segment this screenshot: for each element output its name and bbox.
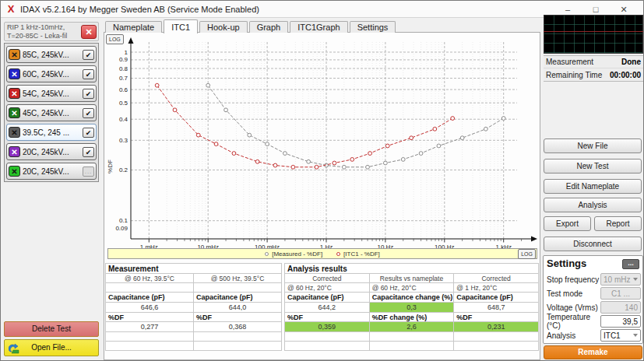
new-test-button[interactable]: New Test [544, 159, 642, 173]
remaining-time-row: Remaining Time 00:00:00 [544, 68, 643, 81]
curve-visible-checkbox[interactable]: ✔ [83, 108, 94, 118]
anal-df-value-0: 0,359 [285, 322, 370, 332]
tab-nameplate[interactable]: Nameplate [105, 21, 162, 33]
close-test-set-button[interactable]: ✕ [81, 25, 97, 39]
curve-visible-checkbox[interactable]: ✔ [83, 89, 94, 99]
svg-text:1: 1 [125, 49, 128, 56]
curve-label: 39.5C, 245 ... [23, 128, 80, 137]
legend-measured-label: [Measured - %DF] [272, 251, 322, 258]
anal-kind-2: Corrected [454, 274, 539, 283]
analysis-row: Analysis ITC1 [547, 328, 641, 342]
meas-cap-label-0: Capacitance (pF) [106, 293, 194, 303]
status-box: Measurement Done Remaining Time 00:00:00 [544, 55, 643, 82]
open-file-button[interactable]: Open File... [4, 339, 99, 356]
y-axis-log-toggle[interactable]: LOG [106, 34, 124, 44]
svg-text:%DF: %DF [107, 159, 114, 173]
anal-df-label-0: %DF [285, 313, 370, 322]
temperature-row: Temperature (°C) [547, 314, 641, 328]
measurement-table: Measurement @ 60 Hz, 39.5°C @ 500 Hz, 39… [105, 263, 282, 351]
remake-button[interactable]: Remake [544, 345, 642, 359]
anal-df-value-2: 0,231 [454, 322, 539, 332]
test-set-header: RIP 1 kHz-10mHz, T=20-85C - Leka-fil ✕ [4, 22, 99, 41]
tab-settings[interactable]: Settings [350, 21, 396, 33]
close-button[interactable]: ✕ [615, 3, 632, 16]
curve-label: 20C, 245kV... [23, 148, 80, 156]
measurement-status-value: Done [621, 58, 641, 66]
curve-item-20c-green[interactable]: 20C, 245kV... ... [6, 163, 97, 180]
meas-df-label-0: %DF [106, 313, 194, 322]
edit-nameplate-button[interactable]: Edit Nameplate [544, 179, 642, 194]
svg-text:0.09: 0.09 [115, 225, 128, 232]
curve-pending-button[interactable]: ... [83, 166, 94, 177]
chevron-down-icon [633, 278, 638, 281]
settings-more-button[interactable]: ... [622, 259, 639, 269]
delete-test-button[interactable]: Delete Test [4, 321, 99, 337]
svg-text:0.5: 0.5 [119, 100, 128, 107]
curve-item-85c[interactable]: 85C, 245kV... ✔ [6, 46, 97, 63]
remaining-time-value: 00:00:00 [610, 71, 641, 79]
curve-color-icon [9, 146, 20, 157]
curve-color-icon [9, 107, 20, 118]
maximize-button[interactable]: □ [587, 3, 604, 16]
curve-item-45c[interactable]: 45C, 245kV... ✔ [6, 104, 97, 121]
stop-frequency-select[interactable]: 10 mHz [600, 273, 641, 286]
curve-item-54c[interactable]: 54C, 245kV... ✔ [6, 85, 97, 102]
analysis-title: Analysis results [285, 264, 539, 274]
anal-kind-1: Results vs nameplate [370, 274, 455, 283]
svg-text:0.2: 0.2 [119, 166, 128, 173]
meas-df-value-0: 0,277 [106, 322, 194, 332]
legend-itc1[interactable]: [ITC1 - %DF] [336, 251, 380, 258]
live-signal-display [544, 15, 643, 54]
stop-frequency-label: Stop frequency [547, 275, 599, 284]
anal-df-label-1: %DF change (%) [370, 313, 455, 322]
test-mode-button[interactable]: C1 ... [600, 287, 641, 300]
new-file-button[interactable]: New File [544, 138, 642, 153]
curve-list: 85C, 245kV... ✔ 60C, 245kV... ✔ 54C, 245… [4, 43, 99, 182]
anal-cap-label-0: Capacitance (pF) [285, 293, 370, 303]
idax-window: X IDAX v5.2.164 by Megger Sweden AB (Ser… [0, 0, 644, 361]
curve-item-20c-purple[interactable]: 20C, 245kV... ✔ [6, 143, 97, 160]
tab-itc1[interactable]: ITC1 [164, 19, 198, 33]
curve-visible-checkbox[interactable]: ✔ [83, 128, 94, 138]
tab-hook-up[interactable]: Hook-up [199, 21, 248, 33]
curve-visible-checkbox[interactable]: ✔ [83, 69, 94, 79]
tab-graph[interactable]: Graph [249, 21, 289, 33]
anal-df-label-2: %DF [454, 313, 539, 322]
analysis-button[interactable]: Analysis [544, 198, 642, 212]
anal-cap-value-2: 648,7 [454, 303, 539, 313]
temperature-input[interactable] [600, 315, 641, 328]
analysis-select[interactable]: ITC1 [600, 329, 641, 342]
svg-text:0.3: 0.3 [119, 137, 128, 144]
anal-cap-change-value: 0,3 [370, 303, 455, 313]
anal-condition-2: @ 1 Hz, 20°C [454, 283, 539, 293]
series-[Measured - %DF] [206, 83, 505, 169]
curve-color-icon [9, 49, 20, 60]
voltage-input[interactable] [600, 301, 641, 314]
tab-strip: Nameplate ITC1 Hook-up Graph ITC1Graph S… [105, 19, 396, 33]
report-button[interactable]: Report [594, 216, 642, 231]
curve-item-39-5c-selected[interactable]: 39.5C, 245 ... ✔ [6, 124, 97, 141]
tab-itc1graph[interactable]: ITC1Graph [290, 21, 347, 33]
itc1-marker-icon [336, 252, 340, 256]
test-mode-label: Test mode [547, 289, 582, 298]
curve-visible-checkbox[interactable]: ✔ [83, 50, 94, 60]
curve-label: 54C, 245kV... [23, 89, 80, 98]
disconnect-button[interactable]: Disconnect [544, 237, 642, 251]
curve-visible-checkbox[interactable]: ✔ [83, 147, 94, 157]
export-button[interactable]: Export [544, 216, 591, 231]
curve-item-60c[interactable]: 60C, 245kV... ✔ [6, 65, 97, 82]
svg-text:0.8: 0.8 [119, 65, 128, 72]
curve-color-icon [9, 127, 20, 138]
meas-df-value-1: 0,368 [194, 322, 282, 332]
test-mode-row: Test mode C1 ... [547, 286, 641, 300]
measurement-title: Measurement [106, 264, 282, 274]
svg-text:0.7: 0.7 [119, 75, 128, 82]
legend-measured[interactable]: [Measured - %DF] [265, 251, 322, 258]
x-axis-log-toggle[interactable]: LOG [518, 249, 536, 259]
open-file-label: Open File... [31, 343, 72, 352]
chevron-down-icon [633, 334, 638, 337]
minimize-button[interactable]: – [559, 3, 576, 16]
anal-cap-label-2: Capacitance (pF) [454, 293, 539, 303]
svg-text:0.9: 0.9 [119, 56, 128, 63]
itc1-tab-page: 1 mHz10 mHz100 mHz1 Hz10 Hz100 Hz1 kHz10… [104, 32, 540, 360]
